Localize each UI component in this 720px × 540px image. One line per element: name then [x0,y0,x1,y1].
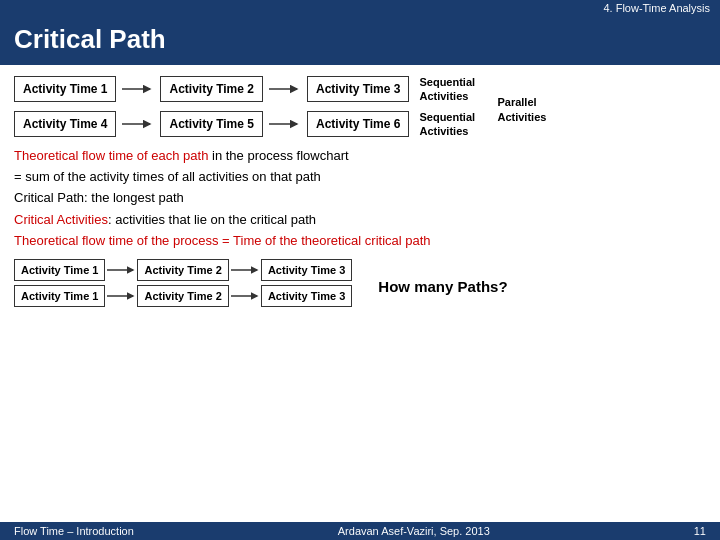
bottom-box-2: Activity Time 2 [137,259,228,281]
parallel-label: Parallel Activities [497,95,546,124]
seq-label-2: SequentialActivities [419,110,489,139]
activity-box-1: Activity Time 1 [14,76,116,102]
split-arrow-top [105,262,137,278]
arrow-2 [267,80,303,98]
bottom-box-1: Activity Time 1 [14,259,105,281]
seq-row-1: Activity Time 1 Activity Time 2 Activity… [14,75,489,104]
page-title: Critical Path [14,24,706,55]
arrow-b2 [229,262,261,278]
desc-line-1: Theoretical flow time of each path in th… [14,146,706,166]
main-content: Activity Time 1 Activity Time 2 Activity… [0,65,720,313]
bottom-box-5: Activity Time 2 [137,285,228,307]
description-section: Theoretical flow time of each path in th… [14,146,706,251]
arrow-b4 [229,288,261,304]
top-bar: 4. Flow-Time Analysis [0,0,720,16]
bottom-row-top: Activity Time 1 Activity Time 2 Activity… [14,259,352,281]
top-bar-label: 4. Flow-Time Analysis [603,2,710,14]
bottom-box-4: Activity Time 1 [14,285,105,307]
activity-box-2: Activity Time 2 [160,76,262,102]
how-many-label: How many Paths? [378,278,507,295]
arrow-3 [120,115,156,133]
activity-box-5: Activity Time 5 [160,111,262,137]
seq-rows: Activity Time 1 Activity Time 2 Activity… [14,75,489,138]
bottom-diagram-group: Activity Time 1 Activity Time 2 Activity… [14,259,352,307]
seq-row-2: Activity Time 4 Activity Time 5 Activity… [14,110,489,139]
footer: Flow Time – Introduction Ardavan Asef-Va… [0,522,720,540]
bottom-box-3: Activity Time 3 [261,259,352,281]
desc-line-4: Critical Activities: activities that lie… [14,210,706,230]
activity-box-6: Activity Time 6 [307,111,409,137]
arrow-1 [120,80,156,98]
arrow-b3 [105,288,137,304]
desc-line-2: = sum of the activity times of all activ… [14,167,706,187]
arrow-4 [267,115,303,133]
seq-parallel-section: Activity Time 1 Activity Time 2 Activity… [14,75,706,138]
bottom-section: Activity Time 1 Activity Time 2 Activity… [14,259,706,307]
footer-left: Flow Time – Introduction [14,525,134,537]
desc-line-3: Critical Path: the longest path [14,188,706,208]
footer-page: 11 [694,525,706,537]
seq-label-1: SequentialActivities [419,75,489,104]
bottom-box-6: Activity Time 3 [261,285,352,307]
footer-center: Ardavan Asef-Vaziri, Sep. 2013 [338,525,490,537]
seq-label-1-area: SequentialActivities [419,75,489,104]
seq-label-2-area: SequentialActivities [419,110,489,139]
header: Critical Path [0,16,720,65]
activity-box-4: Activity Time 4 [14,111,116,137]
activity-box-3: Activity Time 3 [307,76,409,102]
desc-line-5: Theoretical flow time of the process = T… [14,231,706,251]
bottom-row-bot: Activity Time 1 Activity Time 2 Activity… [14,285,352,307]
